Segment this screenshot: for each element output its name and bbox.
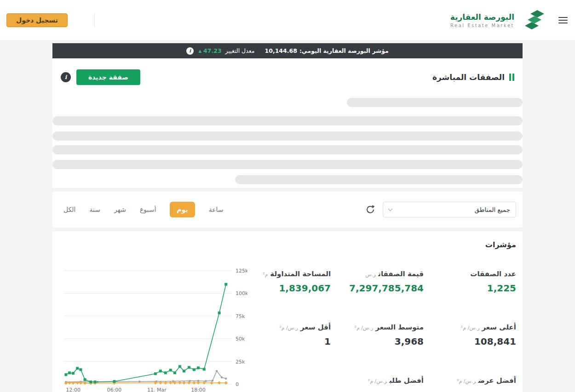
svg-text:100k: 100k <box>236 290 247 296</box>
skeleton-row <box>347 98 523 107</box>
indicators-section: مؤشرات عدد الصفقات1,225قيمة الصفقاتر.س7,… <box>52 231 523 392</box>
svg-text:0: 0 <box>236 381 239 387</box>
change-rate-label: معدل التغيير <box>225 47 255 54</box>
page: البورصة العقارية Real Estate Market تسجي… <box>0 0 575 392</box>
new-deal-info-icon[interactable]: i <box>61 72 71 82</box>
up-arrow-icon: ▲ <box>198 49 201 53</box>
stat-cell-7: أفضل طلبر.س/ م² <box>349 376 424 389</box>
svg-text:25k: 25k <box>236 359 245 365</box>
svg-text:125k: 125k <box>236 268 247 274</box>
region-dropdown[interactable]: جميع المناطق <box>383 202 516 217</box>
stat-cell-4: متوسط السعرر.س/ م²3,968 <box>349 323 424 347</box>
svg-text:18:00: 18:00 <box>191 387 206 392</box>
period-tab-3[interactable]: شهر <box>114 206 126 213</box>
stat-cell-6: أفضل عرضر.س/ م² <box>442 376 516 389</box>
svg-text:75k: 75k <box>236 313 245 319</box>
filter-bar: جميع المناطق ساعةيومأسبوعشهرسنةالكل <box>52 192 523 227</box>
market-index-ticker: مؤشر البورصة العقارية اليومي: 10,144.68 … <box>52 43 523 58</box>
indicators-title: مؤشرات <box>59 240 516 249</box>
region-dropdown-value: جميع المناطق <box>474 206 510 213</box>
brand-name-arabic: البورصة العقارية <box>450 12 514 22</box>
svg-text:50k: 50k <box>236 336 245 342</box>
brand-logo[interactable]: البورصة العقارية Real Estate Market <box>450 9 548 32</box>
skeleton-row <box>235 175 523 184</box>
period-tab-5[interactable]: الكل <box>63 206 76 213</box>
stat-cell-0: عدد الصفقات1,225 <box>442 270 516 294</box>
period-tab-1[interactable]: يوم <box>170 202 195 217</box>
login-button[interactable]: تسجيل دخول <box>6 13 68 27</box>
stat-cell-2: المساحة المتداولةم²1,839,067 <box>257 270 331 294</box>
svg-text:06:00: 06:00 <box>107 387 122 392</box>
live-deals-section: الصفقات المباشرة صفقة جديدة i <box>52 58 523 188</box>
refresh-icon <box>365 205 375 215</box>
brand-name-english: Real Estate Market <box>450 23 514 28</box>
stats-grid: عدد الصفقات1,225قيمة الصفقاتر.س7,297,785… <box>257 261 516 392</box>
refresh-button[interactable] <box>365 205 375 215</box>
top-header: البورصة العقارية Real Estate Market تسجي… <box>0 0 575 40</box>
skeleton-row <box>52 160 523 169</box>
stat-cell-5: أقل سعرر.س/ م²1 <box>257 323 331 347</box>
new-deal-button[interactable]: صفقة جديدة <box>76 69 140 85</box>
period-tab-0[interactable]: ساعة <box>209 206 224 213</box>
ticker-info-icon[interactable]: i <box>186 47 194 55</box>
stat-cell-3: أعلى سعرر.س/ م²108,841 <box>442 323 516 347</box>
header-divider <box>94 13 95 27</box>
skeleton-row <box>52 131 523 141</box>
daily-index: مؤشر البورصة العقارية اليومي: 10,144.68 <box>264 47 388 54</box>
hamburger-menu-icon[interactable] <box>558 17 568 23</box>
svg-text:12:00: 12:00 <box>66 387 80 392</box>
skeleton-row <box>52 145 523 154</box>
daily-index-value: 10,144.68 <box>264 47 297 54</box>
daily-index-label: مؤشر البورصة العقارية اليومي: <box>299 47 389 54</box>
live-deals-title: الصفقات المباشرة <box>432 73 505 82</box>
svg-text:11. Mar: 11. Mar <box>147 387 167 392</box>
stat-cell-1: قيمة الصفقاتر.س7,297,785,784 <box>349 270 424 294</box>
skeleton-row <box>52 116 523 125</box>
brand-logo-icon <box>519 9 548 32</box>
period-tabs: ساعةيومأسبوعشهرسنةالكل <box>63 202 223 217</box>
pause-icon <box>509 74 514 81</box>
period-tab-2[interactable]: أسبوع <box>140 206 156 213</box>
brand-text: البورصة العقارية Real Estate Market <box>450 12 514 28</box>
market-chart: 025k50k75k100k125k12:0006:0011. Mar18:00 <box>59 261 247 392</box>
change-rate-value: 47.23 <box>203 47 222 54</box>
chevron-down-icon <box>388 207 393 211</box>
period-tab-4[interactable]: سنة <box>90 206 100 213</box>
chart-area: 025k50k75k100k125k12:0006:0011. Mar18:00 <box>59 261 247 392</box>
